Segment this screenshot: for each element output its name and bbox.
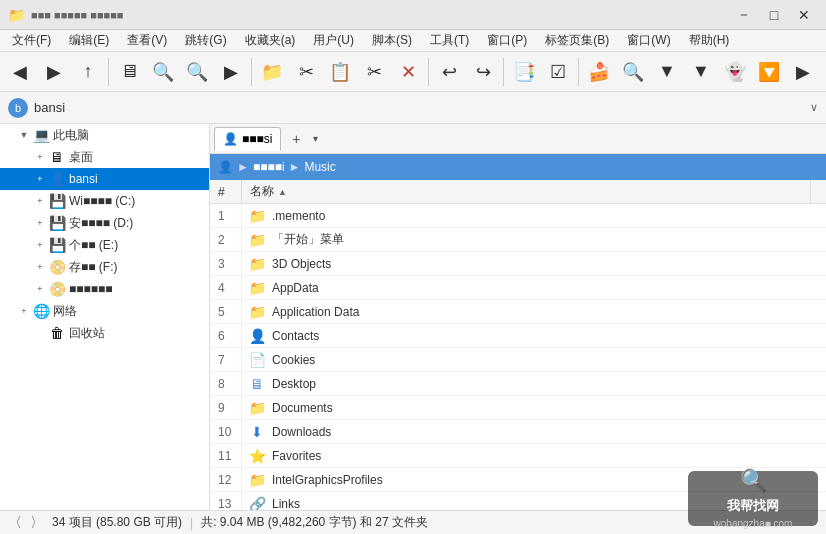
minimize-button[interactable]: － <box>730 4 758 26</box>
file-row-2[interactable]: 2📁「开始」菜单 <box>210 228 826 252</box>
menu-item-s[interactable]: 脚本(S) <box>364 30 420 51</box>
expand-icon-d[interactable]: + <box>32 215 48 231</box>
title-bar-controls: － □ ✕ <box>730 4 818 26</box>
ghost-button[interactable]: 👻 <box>719 56 751 88</box>
tab-bansi[interactable]: 👤 ■■■si <box>214 127 281 151</box>
file-row-3[interactable]: 3📁3D Objects <box>210 252 826 276</box>
tree-icon-e: 💾 <box>48 236 66 254</box>
tree-label-c: Wi■■■■ (C:) <box>69 194 135 208</box>
breadcrumb-part-2[interactable]: Music <box>304 160 335 174</box>
expand-icon-f[interactable]: + <box>32 259 48 275</box>
redo-button[interactable]: ↪ <box>467 56 499 88</box>
status-nav-right[interactable]: 〉 <box>30 514 44 532</box>
copy-button[interactable]: 📋 <box>324 56 356 88</box>
file-row-7[interactable]: 7📄Cookies <box>210 348 826 372</box>
sidebar-item-bansi[interactable]: +👤bansi <box>0 168 209 190</box>
menu-item-p[interactable]: 窗口(P) <box>479 30 535 51</box>
menu-item-a[interactable]: 收藏夹(a) <box>237 30 304 51</box>
expand-icon-network[interactable]: + <box>16 303 32 319</box>
search-button-1[interactable]: 🔍 <box>147 56 179 88</box>
sidebar-item-network[interactable]: +🌐网络 <box>0 300 209 322</box>
sidebar-item-recycle[interactable]: 🗑回收站 <box>0 322 209 344</box>
file-row-6[interactable]: 6👤Contacts <box>210 324 826 348</box>
file-list-header: # 名称 ▲ <box>210 180 826 204</box>
search-button-2[interactable]: 🔍 <box>181 56 213 88</box>
sidebar-item-f[interactable]: +📀存■■ (F:) <box>0 256 209 278</box>
up-button[interactable]: ↑ <box>72 56 104 88</box>
row-name-1: .memento <box>272 209 826 223</box>
status-right-text: 共: 9.04 MB (9,482,260 字节) 和 27 文件夹 <box>201 514 428 531</box>
menu-item-b[interactable]: 标签页集(B) <box>537 30 617 51</box>
file-row-12[interactable]: 12📁IntelGraphicsProfiles <box>210 468 826 492</box>
forward-button[interactable]: ▶ <box>38 56 70 88</box>
maximize-button[interactable]: □ <box>760 4 788 26</box>
sidebar-item-pc[interactable]: ▼💻此电脑 <box>0 124 209 146</box>
check-button[interactable]: ☑ <box>542 56 574 88</box>
file-row-11[interactable]: 11⭐Favorites <box>210 444 826 468</box>
tab-label: ■■■si <box>242 132 272 146</box>
menu-item-v[interactable]: 查看(V) <box>119 30 175 51</box>
menu-item-u[interactable]: 用户(U) <box>305 30 362 51</box>
folder-button[interactable]: 📁 <box>256 56 288 88</box>
row-num-12: 12 <box>210 468 242 491</box>
pie-button[interactable]: 🍰 <box>583 56 615 88</box>
file-row-10[interactable]: 10⬇Downloads <box>210 420 826 444</box>
menu-item-f[interactable]: 文件(F) <box>4 30 59 51</box>
address-expand-icon[interactable]: ∨ <box>810 101 818 114</box>
sidebar-item-d[interactable]: +💾安■■■■ (D:) <box>0 212 209 234</box>
close-button[interactable]: ✕ <box>790 4 818 26</box>
expand-icon-c[interactable]: + <box>32 193 48 209</box>
more-button[interactable]: ▶ <box>787 56 819 88</box>
delete-button[interactable]: ✕ <box>392 56 424 88</box>
expand-icon-recycle[interactable] <box>32 325 48 341</box>
menu-item-g[interactable]: 跳转(G) <box>177 30 234 51</box>
sidebar-item-e[interactable]: +💾个■■ (E:) <box>0 234 209 256</box>
row-name-11: Favorites <box>272 449 826 463</box>
file-row-9[interactable]: 9📁Documents <box>210 396 826 420</box>
sidebar-item-c[interactable]: +💾Wi■■■■ (C:) <box>0 190 209 212</box>
main-layout: ▼💻此电脑+🖥桌面+👤bansi+💾Wi■■■■ (C:)+💾安■■■■ (D:… <box>0 124 826 510</box>
sidebar-item-desktop[interactable]: +🖥桌面 <box>0 146 209 168</box>
filter-button-4[interactable]: 🔽 <box>753 56 785 88</box>
cut-button[interactable]: ✂ <box>358 56 390 88</box>
status-nav-left[interactable]: 〈 <box>8 514 22 532</box>
file-row-1[interactable]: 1📁.memento <box>210 204 826 228</box>
computer-button[interactable]: 🖥 <box>113 56 145 88</box>
filter-button-3[interactable]: ▼ <box>685 56 717 88</box>
scissors-button[interactable]: ✂ <box>290 56 322 88</box>
file-row-4[interactable]: 4📁AppData <box>210 276 826 300</box>
breadcrumb-bar: 👤 ► ■■■■i ► Music <box>210 154 826 180</box>
copy2-button[interactable]: 📑 <box>508 56 540 88</box>
menu-item-h[interactable]: 帮助(H) <box>681 30 738 51</box>
tree-label-desktop: 桌面 <box>69 149 93 166</box>
toolbar: ◀ ▶ ↑ 🖥 🔍 🔍 ▶ 📁 ✂ 📋 ✂ ✕ ↩ ↪ 📑 ☑ 🍰 🔍 ▼ ▼ … <box>0 52 826 92</box>
tab-add-button[interactable]: + <box>285 128 307 150</box>
expand-icon-bansi[interactable]: + <box>32 171 48 187</box>
menu-item-t[interactable]: 工具(T) <box>422 30 477 51</box>
file-row-13[interactable]: 13🔗Links <box>210 492 826 510</box>
row-name-2: 「开始」菜单 <box>272 231 826 248</box>
expand-icon-pc[interactable]: ▼ <box>16 127 32 143</box>
menu-item-w[interactable]: 窗口(W) <box>619 30 678 51</box>
row-icon-11: ⭐ <box>246 445 268 467</box>
tree-label-f: 存■■ (F:) <box>69 259 118 276</box>
expand-icon-desktop[interactable]: + <box>32 149 48 165</box>
col-name-header[interactable]: 名称 ▲ <box>242 183 810 200</box>
row-name-13: Links <box>272 497 826 511</box>
sidebar-item-unknown[interactable]: +📀■■■■■■ <box>0 278 209 300</box>
filter-button-2[interactable]: ▼ <box>651 56 683 88</box>
file-row-8[interactable]: 8🖥Desktop <box>210 372 826 396</box>
back-button[interactable]: ◀ <box>4 56 36 88</box>
file-row-5[interactable]: 5📁Application Data <box>210 300 826 324</box>
undo-button[interactable]: ↩ <box>433 56 465 88</box>
breadcrumb-part-1[interactable]: ■■■■i <box>253 160 285 174</box>
row-icon-3: 📁 <box>246 253 268 275</box>
menu-item-e[interactable]: 编辑(E) <box>61 30 117 51</box>
play-button[interactable]: ▶ <box>215 56 247 88</box>
filter-button-1[interactable]: 🔍 <box>617 56 649 88</box>
tree-label-recycle: 回收站 <box>69 325 105 342</box>
tab-nav-button[interactable]: ▾ <box>313 133 318 144</box>
expand-icon-e[interactable]: + <box>32 237 48 253</box>
expand-icon-unknown[interactable]: + <box>32 281 48 297</box>
row-num-9: 9 <box>210 396 242 419</box>
